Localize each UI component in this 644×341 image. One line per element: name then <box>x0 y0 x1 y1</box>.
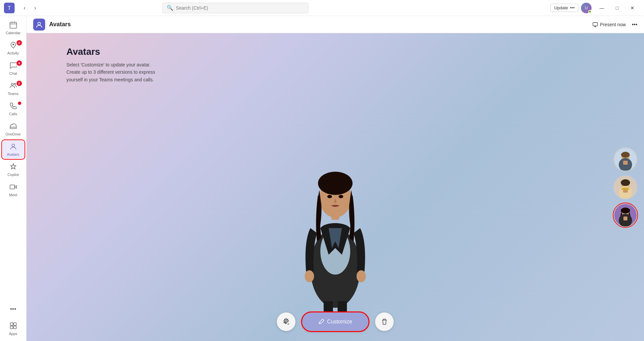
page-title: Avatars <box>49 21 71 28</box>
present-now-label: Present now <box>600 22 626 27</box>
svg-point-43 <box>621 208 630 213</box>
sidebar-label-calls: Calls <box>9 112 17 116</box>
search-input[interactable] <box>176 5 304 11</box>
svg-text:T: T <box>8 5 11 11</box>
title-bar-actions: Update ••• U — □ ✕ <box>550 3 640 13</box>
calendar-icon <box>10 21 17 30</box>
content-area: Avatars Present now ••• Avatars Select '… <box>27 16 644 341</box>
sidebar-label-calendar: Calendar <box>6 31 21 35</box>
svg-text:⚙: ⚙ <box>287 323 289 325</box>
apps-icon <box>10 322 17 331</box>
search-bar[interactable]: 🔍 <box>162 3 308 13</box>
delete-button[interactable] <box>375 312 394 331</box>
main-layout: Calendar 2 Activity 4 Chat 2 Teams <box>0 16 644 341</box>
meet-icon <box>10 183 17 192</box>
avatar-section-title: Avatars <box>66 46 155 57</box>
update-label: Update <box>554 5 568 10</box>
sidebar-item-avatars[interactable]: Avatars <box>2 140 25 159</box>
sidebar-item-calls[interactable]: Calls <box>2 100 25 119</box>
teams-badge: 2 <box>17 81 22 86</box>
header-more-button[interactable]: ••• <box>632 22 637 28</box>
svg-point-32 <box>621 152 630 158</box>
chat-icon <box>10 62 17 70</box>
avatar-variant-2[interactable] <box>613 175 637 199</box>
avatar-variant-1[interactable] <box>613 147 637 171</box>
sidebar-label-teams: Teams <box>8 92 18 96</box>
settings-button[interactable]: ⚙ <box>277 312 295 331</box>
svg-point-40 <box>621 188 629 190</box>
content-header: Avatars Present now ••• <box>27 16 644 33</box>
update-button[interactable]: Update ••• <box>550 4 578 12</box>
sidebar-label-meet: Meet <box>9 193 17 197</box>
svg-rect-12 <box>14 323 16 325</box>
chat-badge: 4 <box>17 60 22 66</box>
header-right: Present now ••• <box>589 20 637 29</box>
sidebar-item-activity[interactable]: 2 Activity <box>2 39 25 58</box>
nav-buttons: ‹ › <box>20 3 40 13</box>
teams-icon <box>10 82 17 91</box>
svg-rect-13 <box>10 326 13 329</box>
avatar-figure <box>292 128 378 314</box>
sidebar-item-more[interactable]: ••• <box>2 300 25 318</box>
svg-rect-11 <box>10 323 13 325</box>
present-now-button[interactable]: Present now <box>589 20 629 29</box>
title-bar: T ‹ › 🔍 Update ••• U — □ ✕ <box>0 0 644 16</box>
sidebar-label-apps: Apps <box>9 332 17 336</box>
svg-rect-2 <box>10 22 17 28</box>
minimize-button[interactable]: — <box>594 3 609 13</box>
svg-point-15 <box>38 22 40 25</box>
sidebar-label-activity: Activity <box>7 51 19 55</box>
sidebar-item-calendar[interactable]: Calendar <box>2 19 25 38</box>
customize-button[interactable]: Customize <box>302 312 368 331</box>
calls-badge <box>18 102 21 105</box>
teams-logo: T <box>4 3 15 13</box>
svg-rect-45 <box>623 216 627 220</box>
sidebar-item-teams[interactable]: 2 Teams <box>2 79 25 98</box>
search-icon: 🔍 <box>167 5 173 11</box>
app-icon <box>33 19 45 31</box>
sidebar-item-chat[interactable]: 4 Chat <box>2 59 25 78</box>
avatar-description: Select 'Customize' to update your avatar… <box>66 61 155 83</box>
svg-point-25 <box>357 270 366 282</box>
settings-icon: ⚙ <box>282 318 290 326</box>
svg-point-22 <box>327 195 332 198</box>
sidebar-item-meet[interactable]: Meet <box>2 181 25 200</box>
sidebar-item-copilot[interactable]: Copilot <box>2 160 25 179</box>
forward-button[interactable]: › <box>31 3 40 13</box>
avatars-icon <box>10 143 17 151</box>
more-icon: ••• <box>7 303 19 315</box>
svg-point-24 <box>305 270 314 282</box>
sidebar-label-avatars: Avatars <box>7 152 19 156</box>
svg-point-21 <box>318 172 353 195</box>
svg-rect-34 <box>623 161 628 165</box>
close-button[interactable]: ✕ <box>625 3 640 13</box>
calls-icon <box>10 102 17 111</box>
present-icon <box>593 22 598 27</box>
sidebar: Calendar 2 Activity 4 Chat 2 Teams <box>0 16 27 341</box>
window-controls: — □ ✕ <box>594 3 640 13</box>
sidebar-item-apps[interactable]: Apps <box>2 319 25 338</box>
sidebar-item-onedrive[interactable]: OneDrive <box>2 120 25 139</box>
svg-point-46 <box>285 321 287 323</box>
avatar-variant-3[interactable] <box>613 203 637 227</box>
avatar-info: Avatars Select 'Customize' to update you… <box>66 46 155 83</box>
svg-point-9 <box>12 144 15 147</box>
activity-icon <box>10 42 17 50</box>
back-button[interactable]: ‹ <box>20 3 29 13</box>
sidebar-label-copilot: Copilot <box>7 173 19 177</box>
delete-icon <box>381 318 388 325</box>
svg-point-6 <box>12 44 14 45</box>
svg-point-8 <box>14 83 16 85</box>
svg-point-7 <box>11 83 13 85</box>
maximize-button[interactable]: □ <box>609 3 625 13</box>
user-avatar[interactable]: U <box>581 3 592 13</box>
avatar-canvas: Avatars Select 'Customize' to update you… <box>27 33 644 341</box>
copilot-icon <box>10 163 17 172</box>
svg-point-37 <box>621 179 630 186</box>
svg-rect-16 <box>593 23 598 26</box>
sidebar-label-chat: Chat <box>9 71 17 75</box>
svg-rect-14 <box>14 326 16 329</box>
update-more: ••• <box>570 5 575 10</box>
avatar-variants-panel <box>613 147 637 227</box>
pencil-icon <box>318 319 324 325</box>
